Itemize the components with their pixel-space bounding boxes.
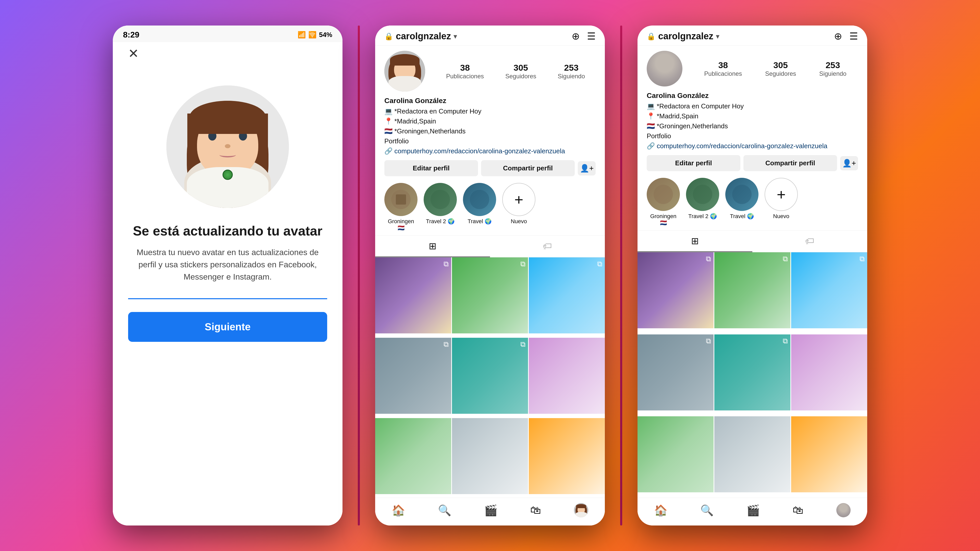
grid-item-r7[interactable] xyxy=(638,416,714,492)
editar-perfil-button[interactable]: Editar perfil xyxy=(384,160,478,176)
tab-grid[interactable]: ⊞ xyxy=(375,236,490,257)
grid-item-r2[interactable]: ⧉ xyxy=(714,252,791,328)
middle-phone: 🔒 carolgnzalez ▾ ⊕ ☰ xyxy=(375,25,605,526)
bio-link-right[interactable]: 🔗 computerhoy.com/redaccion/carolina-gon… xyxy=(647,141,858,151)
multi-icon-1: ⧉ xyxy=(444,260,449,268)
grid-item-3[interactable]: ⧉ xyxy=(529,257,605,333)
battery-label: 54% xyxy=(319,31,332,39)
close-button[interactable]: ✕ xyxy=(128,42,139,65)
grid-item-r4[interactable]: ⧉ xyxy=(638,334,714,410)
status-time: 8:29 xyxy=(123,30,139,40)
grid-item-r1[interactable]: ⧉ xyxy=(638,252,714,328)
status-bar: 8:29 📶 🛜 54% xyxy=(113,25,342,42)
bio-line-4: Portfolio xyxy=(384,136,596,146)
right-phone: 🔒 carolgnzalez ▾ ⊕ ☰ 38 Publi xyxy=(638,25,867,526)
hair-front xyxy=(189,101,266,134)
grid-item-5[interactable]: ⧉ xyxy=(452,338,528,414)
story-label-new: Nuevo xyxy=(511,218,527,225)
menu-icon-right[interactable]: ☰ xyxy=(850,30,858,42)
chevron-down-icon-right[interactable]: ▾ xyxy=(716,32,719,41)
grid-item-9[interactable] xyxy=(529,418,605,494)
svg-point-3 xyxy=(470,190,489,209)
story-new-right[interactable]: + Nuevo xyxy=(765,178,798,226)
search-icon[interactable]: 🔍 xyxy=(438,504,451,516)
story-new[interactable]: + Nuevo xyxy=(502,183,535,231)
ig-bio-right: Carolina González 💻 *Redactora en Comput… xyxy=(638,92,867,151)
search-icon-right[interactable]: 🔍 xyxy=(700,504,714,516)
grid-item-r9[interactable] xyxy=(791,416,867,492)
grid-item-r3[interactable]: ⧉ xyxy=(791,252,867,328)
editar-perfil-button-right[interactable]: Editar perfil xyxy=(647,155,740,171)
new-post-icon[interactable]: ⊕ xyxy=(572,30,580,42)
seguidores-label: Seguidores xyxy=(505,73,536,80)
add-person-button[interactable]: 👤+ xyxy=(578,161,596,176)
grid-item-4[interactable]: ⧉ xyxy=(375,338,451,414)
reels-icon-right[interactable]: 🎬 xyxy=(746,504,760,516)
grid-item-8[interactable] xyxy=(452,418,528,494)
story-label-travel: Travel 🌍 xyxy=(468,218,491,225)
stat-seguidores: 305 Seguidores xyxy=(505,63,536,80)
grid-item-r5[interactable]: ⧉ xyxy=(714,334,791,410)
grid-item-1[interactable]: ⧉ xyxy=(375,257,451,333)
siguiente-button[interactable]: Siguiente xyxy=(128,312,327,342)
grid-item-2[interactable]: ⧉ xyxy=(452,257,528,333)
bio-line-3-right: 🇳🇱 *Groningen,Netherlands xyxy=(647,121,858,131)
shop-icon-right[interactable]: 🛍 xyxy=(793,504,803,516)
story-travel2[interactable]: Travel 2 🌍 xyxy=(424,183,457,231)
lock-icon-right: 🔒 xyxy=(647,32,655,41)
profile-picture xyxy=(384,51,425,92)
multi-icon-r2: ⧉ xyxy=(783,255,788,263)
multi-icon-5: ⧉ xyxy=(520,340,525,349)
story-circle-groningen-right xyxy=(647,178,680,211)
grid-item-r6[interactable] xyxy=(791,334,867,410)
add-person-button-right[interactable]: 👤+ xyxy=(840,156,858,170)
nav-avatar-right[interactable] xyxy=(836,503,851,517)
shop-icon[interactable]: 🛍 xyxy=(530,504,541,516)
grid-item-6[interactable] xyxy=(529,338,605,414)
publications-label-right: Publicaciones xyxy=(704,70,742,77)
tab-grid-right[interactable]: ⊞ xyxy=(638,230,752,252)
compartir-perfil-button-right[interactable]: Compartir perfil xyxy=(743,155,837,171)
home-icon-right[interactable]: 🏠 xyxy=(654,504,667,516)
profile-buttons-right: Editar perfil Compartir perfil 👤+ xyxy=(638,155,867,175)
tab-tagged[interactable]: 🏷 xyxy=(490,236,605,257)
stories-row-right: Groningen 🇳🇱 Travel 2 🌍 Travel 🌍 + Nuevo xyxy=(638,175,867,230)
siguiendo-label-right: Siguiendo xyxy=(819,70,846,77)
story-circle-new: + xyxy=(502,183,535,216)
story-label-new-right: Nuevo xyxy=(773,213,789,220)
grid-item-7[interactable] xyxy=(375,418,451,494)
siguiendo-count: 253 xyxy=(564,63,579,73)
bio-line-2: 📍 *Madrid,Spain xyxy=(384,116,596,126)
menu-icon[interactable]: ☰ xyxy=(587,30,596,42)
bio-line-4-right: Portfolio xyxy=(647,131,858,141)
story-circle-travel xyxy=(463,183,496,216)
nav-avatar[interactable] xyxy=(574,503,588,517)
add-person-icon: 👤+ xyxy=(580,164,594,173)
story-label-groningen-right: Groningen 🇳🇱 xyxy=(647,213,680,226)
home-icon[interactable]: 🏠 xyxy=(392,504,405,516)
chevron-down-icon[interactable]: ▾ xyxy=(453,32,457,41)
siguiendo-label: Siguiendo xyxy=(558,73,585,80)
story-travel2-right[interactable]: Travel 2 🌍 xyxy=(686,178,719,226)
reels-icon[interactable]: 🎬 xyxy=(484,504,497,516)
story-travel-right[interactable]: Travel 🌍 xyxy=(725,178,759,226)
avatar-description: Muestra tu nuevo avatar en tus actualiza… xyxy=(128,246,327,283)
tab-tagged-right[interactable]: 🏷 xyxy=(752,230,867,252)
svg-point-2 xyxy=(431,190,450,209)
story-groningen[interactable]: Groningen 🇳🇱 xyxy=(384,183,417,231)
multi-icon-r3: ⧉ xyxy=(859,255,865,263)
story-travel[interactable]: Travel 🌍 xyxy=(463,183,496,231)
bottom-nav-middle: 🏠 🔍 🎬 🛍 xyxy=(375,498,605,526)
ig-header-icons-right: ⊕ ☰ xyxy=(834,30,858,42)
bio-link[interactable]: 🔗 computerhoy.com/redaccion/carolina-gon… xyxy=(384,146,596,156)
profile-top-row: 38 Publicaciones 305 Seguidores 253 Sigu… xyxy=(384,51,596,92)
tagged-icon: 🏷 xyxy=(543,241,552,251)
compartir-perfil-button[interactable]: Compartir perfil xyxy=(481,160,575,176)
ig-header-right: 🔒 carolgnzalez ▾ ⊕ ☰ xyxy=(638,25,867,46)
profile-name-right: Carolina González xyxy=(647,92,858,100)
new-post-icon-right[interactable]: ⊕ xyxy=(834,30,842,42)
story-label-travel2-right: Travel 2 🌍 xyxy=(688,213,717,220)
profile-stats-right: 38 Publicaciones 305 Seguidores 253 Sigu… xyxy=(693,60,858,77)
grid-item-r8[interactable] xyxy=(714,416,791,492)
story-groningen-right[interactable]: Groningen 🇳🇱 xyxy=(647,178,680,226)
